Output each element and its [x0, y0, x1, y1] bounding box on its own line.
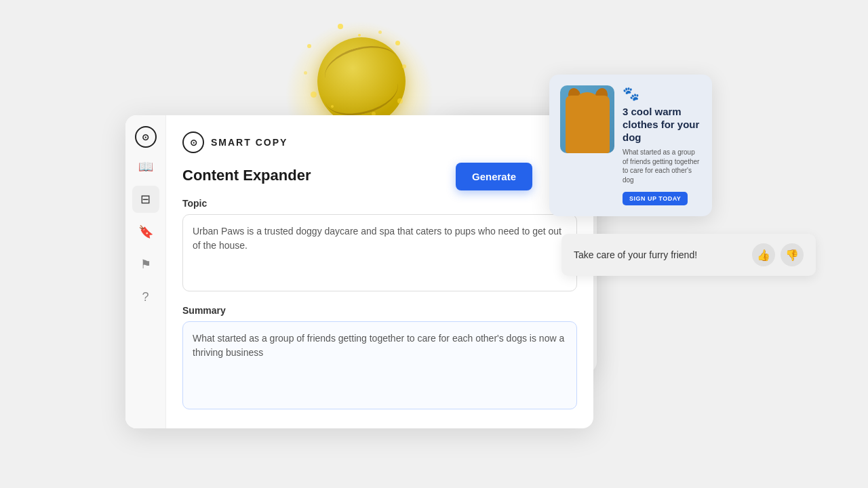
- dog-image: [560, 85, 614, 153]
- thumbs-down-button[interactable]: 👎: [781, 243, 804, 266]
- sparkle: [304, 71, 307, 75]
- dog-body: [566, 96, 610, 153]
- ad-description: What started as a group of friends getti…: [623, 148, 701, 184]
- generate-button[interactable]: Generate: [456, 163, 532, 190]
- feedback-actions: 👍 👎: [752, 243, 804, 266]
- topic-input[interactable]: [182, 214, 577, 291]
- ad-title: 3 cool warm clothes for your dog: [623, 106, 701, 144]
- sparkle: [395, 41, 400, 45]
- sidebar-item-help[interactable]: ?: [132, 283, 159, 310]
- sparkle: [397, 98, 403, 104]
- feedback-text: Take care of your furry friend!: [574, 249, 697, 260]
- topic-label: Topic: [182, 198, 577, 209]
- sidebar-item-flag[interactable]: ⚑: [132, 251, 159, 278]
- app-logo: ⊙: [135, 126, 157, 148]
- ad-card-inner: 🐾 3 cool warm clothes for your dog What …: [549, 75, 712, 216]
- ad-content: 🐾 3 cool warm clothes for your dog What …: [623, 85, 701, 205]
- sidebar-item-layers[interactable]: ⊟: [132, 186, 159, 213]
- sparkle: [402, 64, 406, 68]
- sparkle: [311, 92, 317, 98]
- ad-card: 🐾 3 cool warm clothes for your dog What …: [549, 75, 712, 216]
- sidebar-item-bookmark[interactable]: 🔖: [132, 218, 159, 245]
- header-logo: ⊙: [182, 131, 204, 153]
- sparkle: [358, 34, 361, 37]
- bookmark-icon: 🔖: [138, 224, 153, 239]
- sidebar-item-book[interactable]: 📖: [132, 153, 159, 180]
- sparkle: [307, 44, 311, 48]
- sparkle: [331, 105, 334, 108]
- book-icon: 📖: [138, 159, 153, 174]
- app-header: ⊙ SMART COPY: [182, 131, 577, 153]
- help-icon: ?: [142, 290, 149, 304]
- flag-icon: ⚑: [140, 257, 151, 272]
- summary-label: Summary: [182, 305, 577, 316]
- sparkle: [338, 24, 343, 29]
- sparkle: [378, 30, 382, 34]
- feedback-bar: Take care of your furry friend! 👍 👎: [561, 234, 816, 276]
- tennis-ball: [317, 37, 406, 125]
- thumbs-up-button[interactable]: 👍: [752, 243, 775, 266]
- paw-icon: 🐾: [623, 85, 701, 102]
- app-name: SMART COPY: [211, 137, 288, 148]
- layers-icon: ⊟: [140, 192, 151, 207]
- summary-input[interactable]: [182, 321, 577, 409]
- main-content: ⊙ SMART COPY Content Expander Topic Summ…: [166, 115, 593, 428]
- ad-signup-button[interactable]: SIGN UP TODAY: [623, 192, 688, 205]
- sidebar: ⊙ 📖 ⊟ 🔖 ⚑ ?: [125, 115, 166, 428]
